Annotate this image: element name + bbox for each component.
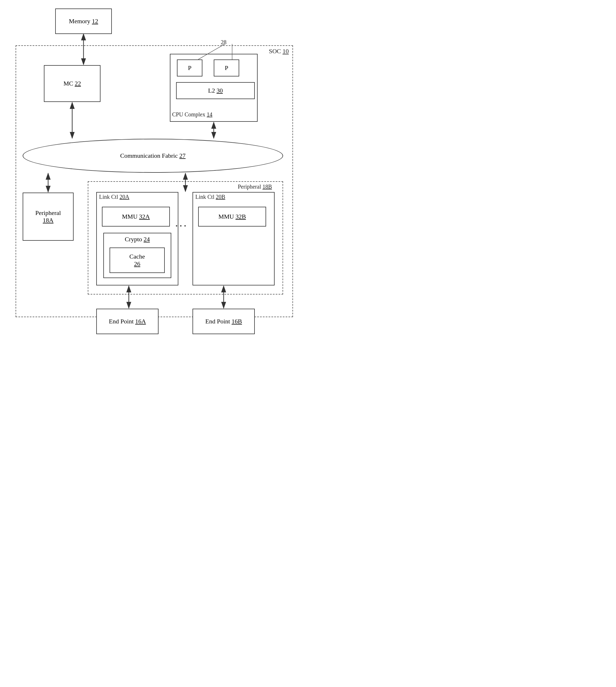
endpoint-16a-label: End Point 16A [109,318,146,325]
mmu-32b-box: MMU 32B [198,207,266,227]
memory-box: Memory 12 [55,8,112,34]
diagram: Memory 12 SOC 10 MC 22 CPU Complex 14 P … [0,0,308,344]
link-ctl-20a-label: Link Ctl 20A [99,194,129,200]
peripheral-18b-label: Peripheral 18B [238,184,272,190]
mc-label: MC 22 [63,80,81,87]
p2-label: P [225,64,228,72]
link-ctl-20b-box [193,192,274,285]
mmu-32a-box: MMU 32A [102,207,170,227]
l2-box: L2 30 [176,82,255,99]
p1-label: P [188,64,191,72]
mmu-32b-label: MMU 32B [218,213,246,220]
l2-label: L2 30 [208,87,223,94]
endpoint-16a-box: End Point 16A [96,309,158,334]
cache-box: Cache26 [110,248,165,273]
crypto-box: Crypto 24 Cache26 [103,233,171,278]
crypto-label: Crypto 24 [104,236,171,243]
p2-box: P [214,60,239,77]
comm-fabric-ellipse: Communication Fabric 27 [23,139,283,173]
dots-separator: · · · [176,221,186,231]
endpoint-16b-label: End Point 16B [205,318,242,325]
peripheral-18a-label: Peripheral18A [36,209,61,224]
mmu-32a-label: MMU 32A [122,213,150,220]
cache-label: Cache26 [129,253,145,267]
p1-box: P [177,60,202,77]
cpu-complex-label: CPU Complex 14 [172,111,212,118]
memory-label: Memory 12 [69,18,98,25]
comm-fabric-label: Communication Fabric 27 [120,152,186,159]
endpoint-16b-box: End Point 16B [193,309,255,334]
annotation-28: 28 [221,39,226,46]
link-ctl-20b-label: Link Ctl 20B [195,194,225,200]
soc-label: SOC 10 [269,48,289,55]
peripheral-18a-box: Peripheral18A [23,193,73,241]
mc-box: MC 22 [44,65,101,102]
